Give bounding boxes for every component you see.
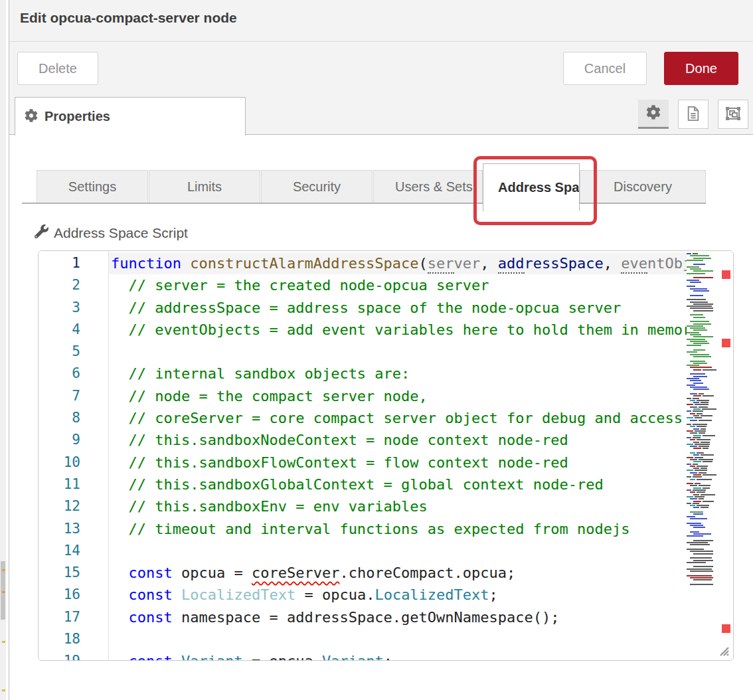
minimap-row (687, 339, 716, 340)
gear-icon (646, 105, 661, 122)
minimap-row (687, 560, 716, 561)
code-line[interactable]: // this.sandboxFlowContext = flow contex… (109, 452, 687, 474)
code-line[interactable]: // coreServer = core compact server obje… (109, 407, 687, 429)
line-number[interactable]: 1 (39, 252, 108, 274)
line-number[interactable]: 19 (39, 650, 108, 661)
code-line[interactable]: const opcua = coreServer.choreCompact.op… (109, 562, 687, 584)
minimap-row (687, 327, 716, 329)
line-number[interactable]: 11 (39, 474, 108, 495)
minimap-row (687, 343, 716, 344)
appearance-icon-button[interactable] (718, 100, 748, 129)
minimap-row (687, 472, 716, 474)
code-line[interactable]: // addressSpace = address space of the n… (109, 297, 687, 319)
error-marker (722, 624, 730, 633)
line-number[interactable]: 2 (39, 274, 108, 296)
tab-limits[interactable]: Limits (149, 170, 260, 203)
line-number[interactable]: 3 (39, 297, 108, 319)
line-number[interactable]: 7 (39, 385, 108, 407)
minimap-row (687, 378, 716, 379)
minimap-row (687, 435, 716, 436)
code-editor[interactable]: 12345678910111213141516171819 function c… (38, 250, 734, 661)
minimap-row (687, 452, 716, 454)
tab-settings[interactable]: Settings (37, 170, 148, 203)
tab-security[interactable]: Security (261, 170, 373, 203)
code-line[interactable]: // timeout and interval functions as exp… (109, 518, 687, 540)
minimap-row (687, 363, 716, 364)
line-number[interactable]: 9 (39, 429, 108, 451)
tab-address-space[interactable]: Address Space (483, 163, 580, 211)
code-line[interactable]: // server = the created node-opcua serve… (109, 274, 687, 296)
line-number[interactable]: 5 (39, 341, 108, 363)
minimap-row (687, 332, 716, 333)
minimap-row (687, 387, 716, 388)
minimap-row (687, 507, 716, 508)
code-line[interactable]: // this.sandboxEnv = env variables (109, 495, 687, 517)
line-number[interactable]: 15 (39, 562, 108, 584)
minimap-row (687, 268, 716, 270)
tab-discovery[interactable]: Discovery (580, 170, 706, 203)
code-line[interactable]: // this.sandboxGlobalContext = global co… (109, 474, 687, 495)
code-line[interactable]: // this.sandboxNodeContext = node contex… (109, 429, 687, 451)
delete-button[interactable]: Delete (17, 52, 98, 85)
code-line[interactable]: function constructAlarmAddressSpace(serv… (109, 252, 687, 274)
minimap-row (687, 253, 716, 254)
line-number[interactable]: 18 (39, 628, 108, 650)
code-line[interactable]: const LocalizedText = opcua.LocalizedTex… (109, 584, 687, 606)
cancel-button[interactable]: Cancel (563, 52, 647, 85)
minimap-row (687, 570, 716, 572)
minimap-row (687, 349, 716, 351)
line-number[interactable]: 12 (39, 495, 108, 517)
properties-tab-label: Properties (44, 109, 110, 124)
code-line[interactable]: const Variant = opcua.Variant; (109, 650, 687, 660)
line-number[interactable]: 4 (39, 319, 108, 341)
minimap[interactable] (687, 251, 716, 660)
minimap-row (687, 479, 716, 480)
minimap-row (687, 410, 716, 412)
code-line[interactable] (109, 628, 687, 650)
code-line[interactable] (109, 540, 687, 562)
line-number[interactable]: 13 (39, 518, 108, 540)
code-line[interactable]: // internal sandbox objects are: (109, 363, 687, 385)
minimap-row (687, 557, 716, 559)
minimap-row (687, 422, 716, 423)
minimap-row (687, 487, 716, 489)
minimap-row (687, 371, 716, 373)
code-line[interactable]: const namespace = addressSpace.getOwnNam… (109, 606, 687, 628)
line-number[interactable]: 8 (39, 407, 108, 429)
resize-grip[interactable] (716, 644, 730, 657)
minimap-row (687, 314, 716, 315)
page-scrollbar[interactable] (0, 0, 6, 700)
properties-icon-button[interactable] (638, 100, 669, 129)
minimap-row (687, 284, 716, 285)
minimap-row (687, 354, 716, 355)
minimap-row (687, 336, 716, 337)
minimap-row (687, 450, 716, 452)
editor-gutter[interactable]: 12345678910111213141516171819 (39, 251, 108, 660)
description-icon-button[interactable] (678, 100, 709, 129)
code-area[interactable]: function constructAlarmAddressSpace(serv… (109, 251, 687, 660)
minimap-row (687, 299, 716, 300)
line-number[interactable]: 16 (39, 584, 108, 606)
minimap-row (687, 304, 716, 305)
line-number[interactable]: 14 (39, 540, 108, 562)
minimap-row (687, 466, 716, 467)
minimap-row (687, 509, 716, 511)
code-line[interactable] (109, 341, 687, 363)
minimap-row (687, 319, 716, 320)
done-button[interactable]: Done (664, 52, 738, 85)
screen: Edit opcua-compact-server node Delete Ca… (0, 0, 753, 700)
minimap-row (687, 577, 716, 578)
minimap-row (687, 329, 716, 331)
code-line[interactable]: // eventObjects = add event variables he… (109, 319, 687, 341)
line-number[interactable]: 17 (39, 606, 108, 628)
overview-ruler[interactable] (716, 251, 733, 660)
line-number[interactable]: 10 (39, 452, 108, 474)
minimap-row (687, 547, 716, 548)
code-line[interactable]: // node = the compact server node, (109, 385, 687, 407)
tab-properties[interactable]: Properties (15, 97, 246, 135)
scrollbar-mark (2, 569, 5, 571)
line-number[interactable]: 6 (39, 363, 108, 385)
tab-users-sets[interactable]: Users & Sets (373, 170, 483, 203)
minimap-row (687, 485, 716, 486)
minimap-row (687, 544, 716, 545)
